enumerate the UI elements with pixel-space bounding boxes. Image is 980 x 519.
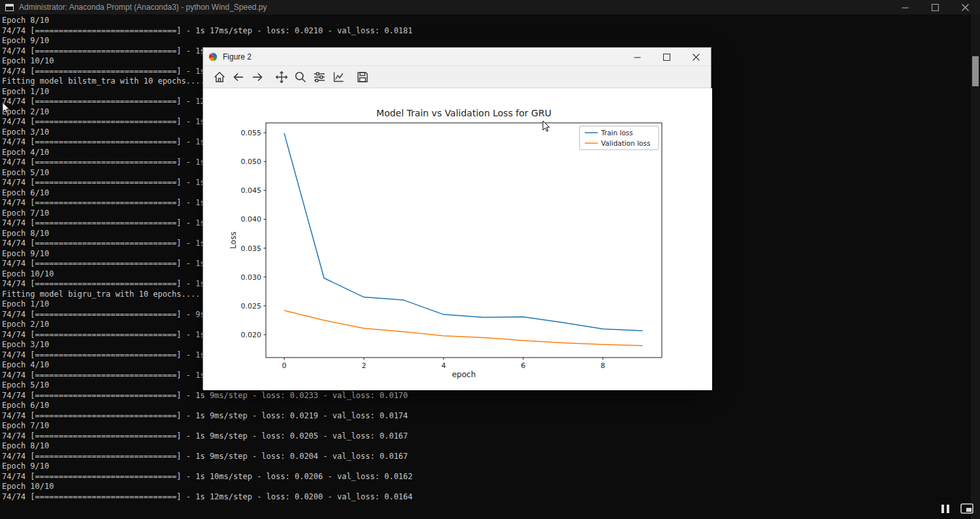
figure-window-title: Figure 2 — [223, 52, 252, 61]
y-tick-label: 0.055 — [241, 129, 262, 137]
pan-button[interactable] — [272, 68, 291, 86]
figure-titlebar[interactable]: Figure 2 — [203, 48, 711, 66]
screen-button[interactable] — [960, 503, 973, 514]
zoom-button[interactable] — [291, 68, 310, 86]
terminal-titlebar: Administrator: Anaconda Prompt (Anaconda… — [0, 0, 980, 14]
terminal-window-controls — [890, 0, 980, 14]
y-tick-label: 0.045 — [241, 186, 262, 195]
minimize-icon — [902, 4, 909, 11]
maximize-icon — [663, 54, 670, 61]
matplotlib-logo-icon — [208, 52, 218, 61]
console-window-icon — [5, 4, 14, 11]
terminal-scrollbar[interactable] — [971, 14, 980, 519]
figure-minimize-button[interactable] — [623, 48, 652, 66]
figure-maximize-button[interactable] — [652, 48, 681, 66]
y-tick-label: 0.025 — [241, 302, 262, 310]
minimize-icon — [634, 54, 641, 61]
back-arrow-icon — [232, 71, 245, 84]
forward-button[interactable] — [248, 68, 267, 86]
legend-label: Train loss — [600, 129, 633, 137]
forward-arrow-icon — [251, 71, 264, 84]
screen-icon — [960, 503, 973, 514]
pause-button[interactable] — [941, 504, 950, 514]
figure-close-button[interactable] — [681, 48, 711, 66]
figure-window-controls — [623, 48, 711, 65]
configure-subplots-button[interactable] — [310, 68, 329, 86]
x-tick-label: 8 — [600, 361, 605, 370]
x-tick-label: 6 — [521, 361, 525, 370]
terminal-close-button[interactable] — [950, 0, 980, 14]
y-tick-label: 0.050 — [241, 158, 262, 166]
magnifier-icon — [294, 71, 307, 84]
chart-xlabel: epoch — [452, 370, 476, 379]
close-icon — [693, 54, 700, 61]
close-icon — [962, 4, 969, 11]
pause-icon — [941, 504, 950, 514]
x-tick-label: 0 — [282, 361, 287, 370]
terminal-window-title: Administrator: Anaconda Prompt (Anaconda… — [19, 3, 267, 12]
loss-chart: 024680.0200.0250.0300.0350.0400.0450.050… — [203, 88, 712, 390]
save-button[interactable] — [353, 68, 372, 86]
legend-label: Validation loss — [601, 139, 650, 147]
media-overlay-controls — [941, 503, 973, 514]
x-tick-label: 4 — [441, 361, 446, 370]
y-tick-label: 0.040 — [241, 215, 262, 224]
home-icon — [213, 71, 226, 84]
y-tick-label: 0.035 — [241, 244, 262, 253]
plot-frame — [266, 123, 662, 358]
pan-icon — [275, 71, 288, 84]
maximize-icon — [932, 4, 939, 11]
figure-window: Figure 2 — [203, 47, 711, 390]
chart-ylabel: Loss — [229, 231, 238, 248]
terminal-maximize-button[interactable] — [920, 0, 950, 14]
figure-toolbar — [203, 66, 711, 88]
back-button[interactable] — [229, 68, 248, 86]
y-tick-label: 0.030 — [241, 273, 262, 282]
line-chart-icon — [332, 71, 345, 84]
chart-title: Model Train vs Validation Loss for GRU — [376, 108, 551, 118]
save-floppy-icon — [356, 71, 369, 84]
sliders-icon — [313, 71, 326, 84]
home-button[interactable] — [210, 68, 229, 86]
x-tick-label: 2 — [361, 361, 366, 370]
terminal-minimize-button[interactable] — [890, 0, 920, 14]
y-tick-label: 0.020 — [241, 331, 262, 339]
scrollbar-thumb[interactable] — [972, 56, 979, 86]
edit-parameters-button[interactable] — [329, 68, 348, 86]
